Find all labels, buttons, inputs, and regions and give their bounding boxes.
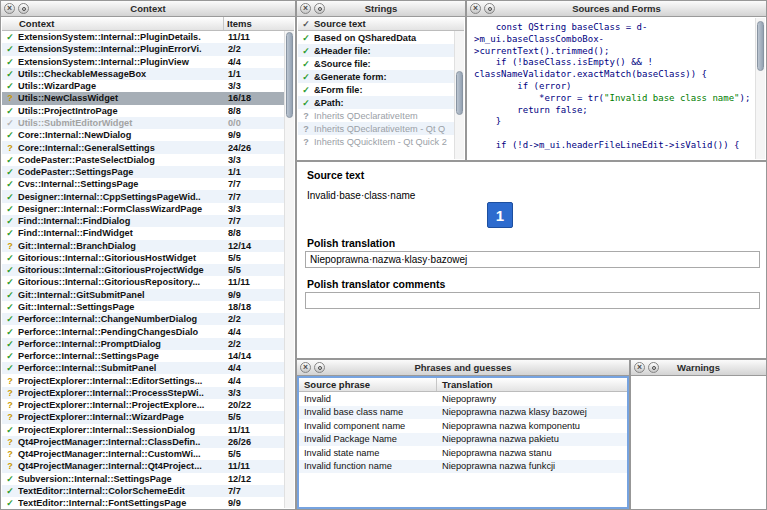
warnings-float-button[interactable] <box>648 362 659 373</box>
string-row[interactable]: ✓Based on QSharedData <box>298 31 464 44</box>
context-name: Core::Internal::GeneralSettings <box>18 143 225 153</box>
phrase-row[interactable]: InvalidNiepoprawny <box>299 392 627 406</box>
strings-scrollbar[interactable] <box>454 31 464 159</box>
context-row[interactable]: ?Qt4ProjectManager::Internal::Qt4Project… <box>2 460 294 472</box>
context-row[interactable]: ?Qt4ProjectManager::Internal::ClassDefin… <box>2 436 294 448</box>
context-row[interactable]: ✓Utils::CheckableMessageBox1/1 <box>2 68 294 80</box>
context-done-icon: ✓ <box>2 339 18 349</box>
phrase-row[interactable]: Invalid state nameNiepoprawna nazwa stan… <box>299 446 627 460</box>
context-row[interactable]: ✓Git::Internal::SettingsPage18/18 <box>2 301 294 313</box>
source-phrase-column-header[interactable]: Source phrase <box>299 378 437 391</box>
context-row[interactable]: ?ProjectExplorer::Internal::ProcessStepW… <box>2 387 294 399</box>
items-column-header[interactable]: Items <box>224 17 294 30</box>
string-row[interactable]: ?Inherits QQuickItem - Qt Quick 2 <box>298 135 464 148</box>
string-row[interactable]: ✓&Header file: <box>298 44 464 57</box>
phrases-float-button[interactable] <box>314 362 325 373</box>
context-float-button[interactable] <box>18 3 29 14</box>
context-row[interactable]: ✓Gitorious::Internal::GitoriousHostWidge… <box>2 252 294 264</box>
context-row[interactable]: ?ProjectExplorer::Internal::ProjectExplo… <box>2 399 294 411</box>
code-line: return false; <box>474 105 755 117</box>
code-line: classNameValidator.exactMatch(baseClass)… <box>474 69 755 81</box>
context-row[interactable]: ✓Gitorious::Internal::GitoriousRepositor… <box>2 276 294 288</box>
sources-close-button[interactable]: × <box>470 3 481 14</box>
context-row[interactable]: ✓Find::Internal::FindWidget8/8 <box>2 227 294 239</box>
context-row[interactable]: ✓ProjectExplorer::Internal::SessionDialo… <box>2 424 294 436</box>
context-row[interactable]: ?Qt4ProjectManager::Internal::CustomWi..… <box>2 448 294 460</box>
context-name: Gitorious::Internal::GitoriousRepository… <box>18 277 225 287</box>
context-row[interactable]: ✓Designer::Internal::FormClassWizardPage… <box>2 203 294 215</box>
string-row[interactable]: ✓&Form file: <box>298 83 464 96</box>
string-row[interactable]: ✓&Path: <box>298 96 464 109</box>
context-row[interactable]: ✓Perforce::Internal::PendingChangesDialo… <box>2 325 294 337</box>
context-row[interactable]: ✓TextEditor::Internal::ColorSchemeEdit7/… <box>2 485 294 497</box>
context-scrollbar[interactable] <box>284 31 294 508</box>
context-name: Perforce::Internal::SubmitPanel <box>18 363 225 373</box>
strings-scrollbar-thumb[interactable] <box>456 71 463 115</box>
context-row[interactable]: ✓Utils::SubmitEditorWidget0/0 <box>2 117 294 129</box>
string-row[interactable]: ✓&Generate form: <box>298 70 464 83</box>
strings-close-button[interactable]: × <box>300 3 311 14</box>
context-row[interactable]: ?Git::Internal::BranchDialog12/14 <box>2 240 294 252</box>
context-row[interactable]: ✓Perforce::Internal::SubmitPanel4/4 <box>2 362 294 374</box>
warnings-close-button[interactable]: × <box>634 362 645 373</box>
string-source-text: Based on QSharedData <box>314 33 464 43</box>
phrase-row[interactable]: Invalid function nameNiepoprawna nazwa f… <box>299 460 627 474</box>
phrases-close-button[interactable]: × <box>300 362 311 373</box>
context-done-icon: ✓ <box>2 253 18 263</box>
strings-panel-titlebar[interactable]: × Strings <box>297 1 465 17</box>
context-row[interactable]: ✓Utils::ProjectIntroPage8/8 <box>2 105 294 117</box>
context-row[interactable]: ✓ExtensionSystem::Internal::PluginErrorV… <box>2 43 294 55</box>
context-name: Qt4ProjectManager::Internal::CustomWi... <box>18 449 225 459</box>
warnings-panel: × Warnings <box>630 359 767 510</box>
string-done-icon: ✓ <box>298 46 314 56</box>
context-row[interactable]: ?ProjectExplorer::Internal::WizardPage5/… <box>2 411 294 423</box>
context-row[interactable]: ✓Utils::WizardPage3/3 <box>2 80 294 92</box>
phrase-row[interactable]: Invalid base class nameNiepoprawna nazwa… <box>299 406 627 420</box>
code-line: *error = tr("Invalid base class name"); <box>474 93 755 105</box>
context-row[interactable]: ✓Perforce::Internal::PromptDialog2/2 <box>2 338 294 350</box>
context-row[interactable]: ✓Find::Internal::FindDialog7/7 <box>2 215 294 227</box>
context-row[interactable]: ✓Cvs::Internal::SettingsPage7/7 <box>2 178 294 190</box>
context-row[interactable]: ✓CodePaster::PasteSelectDialog3/3 <box>2 154 294 166</box>
strings-float-button[interactable] <box>314 3 325 14</box>
context-done-icon: ✓ <box>2 69 18 79</box>
context-name: TextEditor::Internal::FontSettingsPage <box>18 498 225 508</box>
context-row[interactable]: ✓Gitorious::Internal::GitoriousProjectWi… <box>2 264 294 276</box>
translation-input[interactable] <box>305 251 760 268</box>
context-row[interactable]: ?Core::Internal::GeneralSettings24/26 <box>2 141 294 153</box>
context-row[interactable]: ?Utils::NewClassWidget16/18 <box>2 92 294 104</box>
context-column-header[interactable]: Context <box>2 17 224 30</box>
string-row[interactable]: ✓&Source file: <box>298 57 464 70</box>
phrases-panel-titlebar[interactable]: × Phrases and guesses <box>297 360 629 376</box>
sources-panel-titlebar[interactable]: × Sources and Forms <box>467 1 766 17</box>
context-panel-titlebar[interactable]: × Context <box>1 1 295 17</box>
context-row[interactable]: ✓CodePaster::SettingsPage1/1 <box>2 166 294 178</box>
context-row[interactable]: ✓TextEditor::Internal::FontSettingsPage9… <box>2 497 294 508</box>
context-row[interactable]: ✓Core::Internal::NewDialog9/9 <box>2 129 294 141</box>
phrases-panel-title: Phrases and guesses <box>297 362 629 373</box>
sources-scrollbar[interactable] <box>755 18 765 159</box>
context-close-button[interactable]: × <box>4 3 15 14</box>
context-row[interactable]: ✓ExtensionSystem::Internal::PluginDetail… <box>2 31 294 43</box>
warnings-panel-titlebar[interactable]: × Warnings <box>631 360 766 376</box>
string-row[interactable]: ?Inherits QDeclarativeItem <box>298 109 464 122</box>
translator-comments-input[interactable] <box>305 292 760 309</box>
context-row[interactable]: ✓Perforce::Internal::ChangeNumberDialog2… <box>2 313 294 325</box>
context-unfinished-icon: ? <box>2 241 18 251</box>
context-row[interactable]: ?ProjectExplorer::Internal::EditorSettin… <box>2 374 294 386</box>
context-row[interactable]: ✓ExtensionSystem::Internal::PluginView4/… <box>2 56 294 68</box>
phrase-row[interactable]: Invalid Package NameNiepoprawna nazwa pa… <box>299 433 627 447</box>
context-done-icon: ✓ <box>2 302 18 312</box>
sources-float-button[interactable] <box>484 3 495 14</box>
translation-column-header[interactable]: Translation <box>437 379 627 390</box>
context-row[interactable]: ✓Git::Internal::GitSubmitPanel9/9 <box>2 289 294 301</box>
phrase-row[interactable]: Invalid component nameNiepoprawna nazwa … <box>299 419 627 433</box>
string-obsolete-icon: ? <box>298 124 314 134</box>
context-row[interactable]: ✓Subversion::Internal::SettingsPage12/12 <box>2 473 294 485</box>
context-row[interactable]: ✓Designer::Internal::CppSettingsPageWid.… <box>2 190 294 202</box>
string-row[interactable]: ?Inherits QDeclarativeItem - Qt Q <box>298 122 464 135</box>
sources-scrollbar-thumb[interactable] <box>757 21 764 71</box>
source-text-column-header[interactable]: Source text <box>314 18 366 29</box>
context-row[interactable]: ✓Perforce::Internal::SettingsPage14/14 <box>2 350 294 362</box>
context-scrollbar-thumb[interactable] <box>286 32 293 118</box>
